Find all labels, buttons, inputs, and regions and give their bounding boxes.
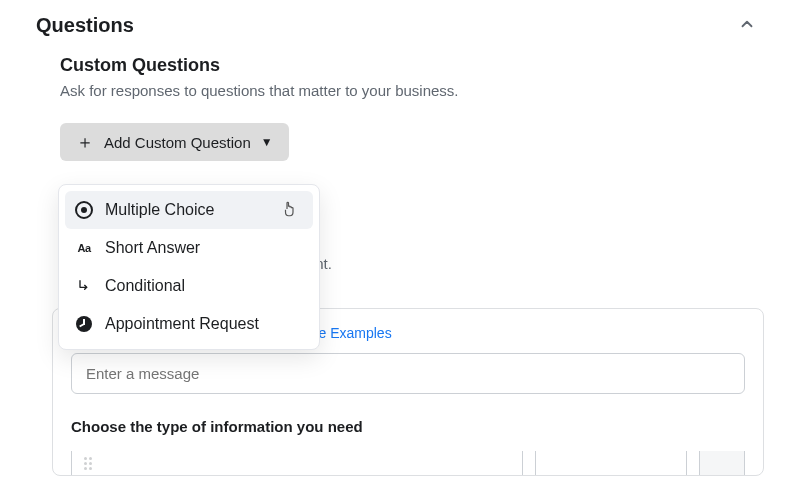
menu-item-label: Short Answer — [105, 239, 200, 257]
question-type-menu: Multiple Choice Aa Short Answer Conditio… — [58, 184, 320, 350]
menu-item-conditional[interactable]: Conditional — [65, 267, 313, 305]
choose-info-type-title: Choose the type of information you need — [71, 418, 745, 435]
menu-item-multiple-choice[interactable]: Multiple Choice — [65, 191, 313, 229]
message-input[interactable] — [71, 353, 745, 394]
chevron-up-icon[interactable] — [738, 15, 756, 37]
menu-item-short-answer[interactable]: Aa Short Answer — [65, 229, 313, 267]
clock-icon — [75, 315, 93, 333]
info-field-action[interactable] — [699, 451, 745, 475]
radio-icon — [75, 201, 93, 219]
menu-item-label: Appointment Request — [105, 315, 259, 333]
menu-item-label: Multiple Choice — [105, 201, 214, 219]
custom-questions-title: Custom Questions — [60, 55, 764, 76]
drag-handle-icon[interactable] — [84, 457, 92, 470]
info-field-row — [71, 451, 745, 475]
conditional-arrow-icon — [75, 277, 93, 295]
custom-questions-description: Ask for responses to questions that matt… — [60, 82, 764, 99]
info-field-selector[interactable] — [71, 451, 523, 475]
section-header[interactable]: Questions — [36, 14, 764, 37]
section-title: Questions — [36, 14, 134, 37]
questions-section: Questions Custom Questions Ask for respo… — [0, 0, 800, 476]
add-custom-question-button[interactable]: ＋ Add Custom Question ▼ — [60, 123, 289, 161]
info-field-secondary[interactable] — [535, 451, 687, 475]
plus-icon: ＋ — [76, 133, 94, 151]
menu-item-label: Conditional — [105, 277, 185, 295]
pointer-cursor-icon — [281, 199, 299, 223]
add-custom-question-label: Add Custom Question — [104, 134, 251, 151]
custom-questions-block: Custom Questions Ask for responses to qu… — [36, 37, 764, 161]
menu-item-appointment-request[interactable]: Appointment Request — [65, 305, 313, 343]
caret-down-icon: ▼ — [261, 135, 273, 149]
text-aa-icon: Aa — [75, 239, 93, 257]
